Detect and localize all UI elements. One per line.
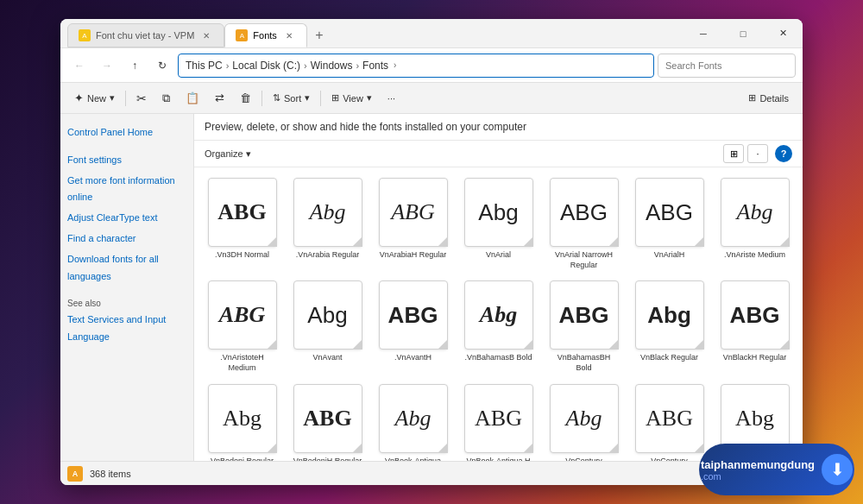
cut-button[interactable]: ✂ bbox=[129, 86, 154, 110]
font-card: ABG bbox=[293, 384, 362, 453]
font-card: Abg bbox=[635, 280, 704, 350]
font-item[interactable]: Abg.VnAriste Medium bbox=[714, 174, 796, 274]
font-name: VnArial bbox=[486, 250, 511, 261]
font-item[interactable]: ABG.VnAvantH bbox=[372, 277, 454, 376]
font-item[interactable]: Abg.VnArabia Regular bbox=[287, 174, 369, 274]
tab1-close[interactable]: ✕ bbox=[199, 28, 213, 42]
font-item[interactable]: AbgVnBook-Antiqua bbox=[372, 381, 454, 461]
tab-font-chu[interactable]: A Font chu viet tay - VPM ✕ bbox=[67, 23, 224, 47]
close-button[interactable]: ✕ bbox=[763, 19, 803, 47]
font-name: .VnAvantH bbox=[394, 353, 432, 363]
font-card: Abg bbox=[464, 178, 533, 247]
paste-button[interactable]: 📋 bbox=[179, 86, 206, 110]
font-item[interactable]: ABGVnArialH bbox=[628, 174, 710, 274]
font-card: Abg bbox=[464, 280, 533, 350]
maximize-button[interactable]: □ bbox=[723, 19, 763, 47]
search-input[interactable] bbox=[658, 54, 796, 78]
font-item[interactable]: AbgVnAvant bbox=[287, 277, 369, 376]
details-button[interactable]: ⊞ Details bbox=[741, 86, 796, 110]
breadcrumb-c-drive[interactable]: Local Disk (C:) bbox=[232, 60, 300, 72]
breadcrumb-windows[interactable]: Windows bbox=[311, 60, 353, 72]
font-item[interactable]: ABGVnArabiaH Regular bbox=[372, 174, 454, 274]
sidebar-control-panel-home[interactable]: Control Panel Home bbox=[67, 124, 186, 142]
more-button[interactable]: ··· bbox=[381, 86, 402, 110]
refresh-button[interactable]: ↻ bbox=[150, 54, 174, 78]
font-name: .VnAristoteH Medium bbox=[208, 353, 277, 373]
font-card: Abg bbox=[721, 178, 790, 247]
move-button[interactable]: ⇄ bbox=[208, 86, 231, 110]
font-card: ABG bbox=[379, 178, 448, 247]
grid-view-button[interactable]: ⊞ bbox=[723, 144, 744, 163]
font-item[interactable]: ABGVnCentury SchoolbookH bbox=[628, 381, 710, 461]
minimize-button[interactable]: ─ bbox=[683, 19, 723, 47]
separator-2 bbox=[261, 91, 262, 106]
font-name: .VnAriste Medium bbox=[724, 250, 785, 261]
sidebar-font-settings[interactable]: Font settings bbox=[67, 152, 186, 169]
font-area-header: Preview, delete, or show and hide the fo… bbox=[194, 114, 803, 141]
list-view-button[interactable]: · bbox=[747, 144, 768, 163]
font-name: VnBlackH Regular bbox=[723, 353, 787, 363]
font-card: Abg bbox=[208, 384, 277, 453]
copy-button[interactable]: ⧉ bbox=[155, 86, 177, 110]
organize-button[interactable]: Organize ▾ bbox=[205, 148, 251, 160]
details-label: Details bbox=[759, 93, 789, 104]
sidebar-download-fonts[interactable]: Download fonts for all languages bbox=[67, 251, 186, 286]
font-card: Abg bbox=[293, 280, 362, 350]
tab2-close[interactable]: ✕ bbox=[282, 28, 296, 42]
sidebar-cleartype[interactable]: Adjust ClearType text bbox=[67, 210, 186, 227]
new-tab-button[interactable]: + bbox=[307, 23, 331, 47]
font-card: ABG bbox=[721, 280, 790, 350]
sort-button[interactable]: ⇅ Sort ▾ bbox=[266, 86, 317, 110]
font-item[interactable]: ABGVnBlackH Regular bbox=[714, 277, 796, 376]
see-also-label: See also bbox=[67, 299, 186, 308]
font-card: ABG bbox=[464, 384, 533, 453]
sidebar-find-char[interactable]: Find a character bbox=[67, 230, 186, 248]
sidebar-text-services[interactable]: Text Services and Input Language bbox=[67, 312, 186, 346]
font-item[interactable]: AbgVnCentury Schoolbook bbox=[543, 381, 625, 461]
tab1-label: Font chu viet tay - VPM bbox=[96, 30, 194, 41]
back-button[interactable]: ← bbox=[67, 54, 91, 78]
help-button[interactable]: ? bbox=[775, 145, 792, 162]
status-icon: A bbox=[67, 466, 83, 482]
font-name: VnArial NarrowH Regular bbox=[550, 250, 619, 270]
font-item[interactable]: AbgVnBodoni Regular bbox=[201, 381, 283, 461]
font-card: ABG bbox=[208, 178, 277, 247]
font-item[interactable]: ABG.Vn3DH Normal bbox=[201, 174, 283, 274]
up-button[interactable]: ↑ bbox=[123, 54, 147, 78]
font-name: VnAvant bbox=[313, 353, 343, 363]
font-item[interactable]: AbgVnArial bbox=[457, 174, 539, 274]
breadcrumb-fonts[interactable]: Fonts bbox=[362, 60, 388, 72]
font-card: ABG bbox=[379, 280, 448, 350]
font-card: Abg bbox=[721, 384, 790, 453]
new-button[interactable]: ✦ New ▾ bbox=[67, 86, 122, 110]
toolbar: ✦ New ▾ ✂ ⧉ 📋 ⇄ 🗑 ⇅ Sort ▾ ⊞ View ▾ ··· … bbox=[60, 83, 803, 114]
font-item[interactable]: ABGVnBahamasBH Bold bbox=[543, 277, 625, 376]
font-area-toolbar: Organize ▾ ⊞ · ? bbox=[194, 141, 803, 167]
font-item[interactable]: Abg.VnBahamasB Bold bbox=[457, 277, 539, 376]
font-card: Abg bbox=[293, 178, 362, 247]
font-name: .VnArabia Regular bbox=[296, 250, 360, 261]
watermark-text-line2: .com bbox=[701, 471, 721, 482]
breadcrumb-thispc[interactable]: This PC bbox=[186, 60, 223, 72]
view-button[interactable]: ⊞ View ▾ bbox=[324, 86, 379, 110]
tab1-icon: A bbox=[79, 29, 91, 41]
delete-button[interactable]: 🗑 bbox=[233, 86, 258, 110]
title-bar: A Font chu viet tay - VPM ✕ A Fonts ✕ + … bbox=[60, 19, 803, 48]
font-item[interactable]: AbgVnBlack Regular bbox=[628, 277, 710, 376]
font-card: ABG bbox=[550, 178, 619, 247]
new-label: New bbox=[87, 93, 106, 104]
tab-fonts[interactable]: A Fonts ✕ bbox=[224, 23, 307, 47]
tab2-icon: A bbox=[236, 29, 248, 41]
font-grid: ABG.Vn3DH NormalAbg.VnArabia RegularABGV… bbox=[194, 167, 803, 461]
font-item[interactable]: ABGVnBodoniH Regular bbox=[287, 381, 369, 461]
font-item[interactable]: ABGVnArial NarrowH Regular bbox=[543, 174, 625, 274]
address-bar[interactable]: This PC › Local Disk (C:) › Windows › Fo… bbox=[178, 54, 654, 78]
font-item[interactable]: ABGVnBook-Antiqua H Regular bbox=[457, 381, 539, 461]
details-icon: ⊞ bbox=[748, 92, 756, 104]
font-card: ABG bbox=[550, 280, 619, 350]
forward-button[interactable]: → bbox=[95, 54, 119, 78]
font-card: ABG bbox=[208, 280, 277, 350]
view-toggle: ⊞ · bbox=[723, 144, 768, 163]
font-item[interactable]: ABG.VnAristoteH Medium bbox=[201, 277, 283, 376]
sidebar-font-info[interactable]: Get more font information online bbox=[67, 173, 186, 207]
